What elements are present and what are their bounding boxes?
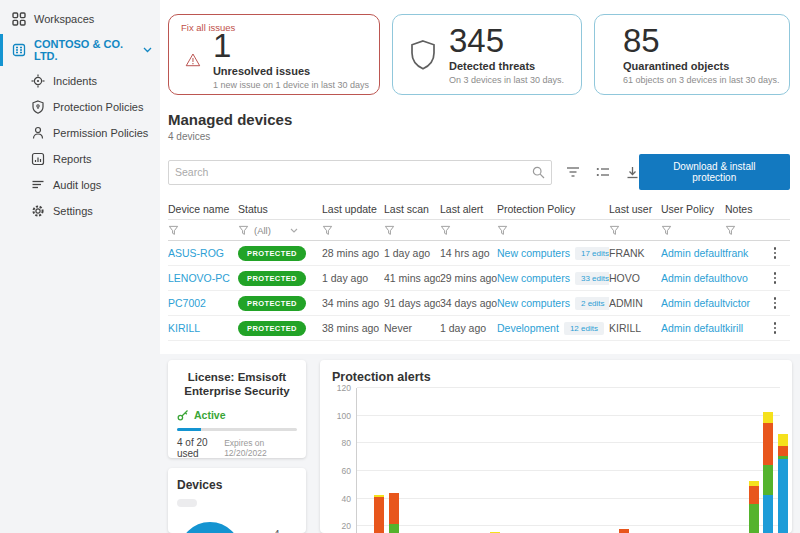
sidebar-item-workspaces[interactable]: Workspaces bbox=[0, 6, 160, 32]
notes-link[interactable]: victor bbox=[725, 297, 768, 309]
sidebar-item-permission-policies[interactable]: Permission Policies bbox=[0, 120, 160, 146]
row-menu-button[interactable] bbox=[768, 272, 782, 284]
device-name-link[interactable]: LENOVO-PC bbox=[168, 272, 238, 284]
filter-funnel-icon[interactable] bbox=[661, 225, 672, 236]
column-header[interactable]: Last scan bbox=[384, 203, 440, 215]
sidebar-item-incidents[interactable]: Incidents bbox=[0, 68, 160, 94]
protection-policy-link[interactable]: New computers bbox=[497, 247, 570, 259]
person-icon bbox=[31, 126, 45, 140]
column-header[interactable]: Last user bbox=[609, 203, 661, 215]
sidebar-item-protection-policies[interactable]: Protection Policies bbox=[0, 94, 160, 120]
filter-funnel-icon[interactable] bbox=[384, 225, 395, 236]
devices-widget-card: Devices 4 4 protected bbox=[168, 468, 306, 533]
bar-segment-green bbox=[389, 524, 399, 533]
filter-funnel-icon[interactable] bbox=[168, 225, 179, 236]
table-filter-row: (All) bbox=[168, 220, 790, 241]
download-icon[interactable] bbox=[626, 166, 639, 179]
page-title: CONTOSO & CO. LTD. bbox=[168, 0, 790, 5]
last-update: 28 mins ago bbox=[322, 247, 384, 259]
card-detail: 61 objects on 3 devices in last 30 days. bbox=[623, 75, 780, 85]
fix-all-issues-link[interactable]: Fix all issues bbox=[181, 22, 235, 33]
column-header[interactable]: User Policy bbox=[661, 203, 725, 215]
list-view-icon[interactable] bbox=[596, 166, 610, 179]
notes-link[interactable]: kirill bbox=[725, 322, 768, 334]
notes-link[interactable]: hovo bbox=[725, 272, 768, 284]
filter-funnel-icon[interactable] bbox=[322, 225, 333, 236]
license-card: License: Emsisoft Enterprise Security Ac… bbox=[168, 360, 306, 458]
sidebar-item-organization[interactable]: CONTOSO & CO. LTD. bbox=[0, 32, 160, 68]
sidebar-item-settings[interactable]: Settings bbox=[0, 198, 160, 224]
gridline bbox=[357, 387, 780, 388]
filter-icon[interactable] bbox=[566, 166, 580, 179]
warning-triangle-icon bbox=[185, 45, 201, 75]
sidebar-item-audit-logs[interactable]: Audit logs bbox=[0, 172, 160, 198]
filter-funnel-icon[interactable] bbox=[440, 225, 451, 236]
sidebar-item-reports[interactable]: Reports bbox=[0, 146, 160, 172]
filter-funnel-icon[interactable] bbox=[609, 225, 620, 236]
protection-policy-link[interactable]: Development bbox=[497, 322, 559, 334]
filter-funnel-icon[interactable] bbox=[725, 225, 736, 236]
device-name-link[interactable]: ASUS-ROG bbox=[168, 247, 238, 259]
filter-funnel-icon[interactable] bbox=[497, 225, 508, 236]
table-row[interactable]: LENOVO-PC PROTECTED 1 day ago 41 mins ag… bbox=[168, 266, 790, 291]
license-status: Active bbox=[194, 409, 226, 421]
bar-segment-green bbox=[763, 465, 773, 494]
y-tick-label: 100 bbox=[337, 411, 351, 421]
chevron-down-icon bbox=[143, 47, 152, 53]
protection-policy-link[interactable]: New computers bbox=[497, 297, 570, 309]
user-policy-link[interactable]: Admin default bbox=[661, 247, 725, 259]
status-filter-dropdown[interactable]: (All) bbox=[238, 225, 322, 236]
bar-segment-orange bbox=[778, 446, 788, 456]
user-policy-link[interactable]: Admin default bbox=[661, 322, 725, 334]
last-alert: 29 mins ago bbox=[440, 272, 497, 284]
card-detail: 1 new issue on 1 device in last 30 days bbox=[213, 80, 369, 90]
stacked-bar bbox=[619, 529, 629, 533]
table-row[interactable]: KIRILL PROTECTED 38 mins ago Never 1 day… bbox=[168, 316, 790, 341]
row-menu-button[interactable] bbox=[768, 297, 782, 309]
last-scan: Never bbox=[384, 322, 440, 334]
stacked-bar bbox=[778, 434, 788, 533]
search-box bbox=[168, 160, 552, 185]
gridline bbox=[357, 470, 780, 471]
dashboard-widgets: License: Emsisoft Enterprise Security Ac… bbox=[160, 354, 800, 533]
donut-legend: 4 protected bbox=[252, 528, 306, 533]
last-user: KIRILL bbox=[609, 322, 661, 334]
quarantined-objects-card: 85 Quarantined objects 61 objects on 3 d… bbox=[594, 14, 790, 95]
table-header-row: Device name Status Last update Last scan… bbox=[168, 198, 790, 220]
last-scan: 91 days ago bbox=[384, 297, 440, 309]
last-alert: 1 day ago bbox=[440, 322, 497, 334]
policy-edits-badge: 12 edits bbox=[564, 322, 604, 335]
protection-policy-link[interactable]: New computers bbox=[497, 272, 570, 284]
column-header[interactable]: Last update bbox=[322, 203, 384, 215]
download-install-protection-button[interactable]: Download & install protection bbox=[639, 154, 790, 190]
protection-alerts-title: Protection alerts bbox=[332, 370, 780, 384]
key-icon bbox=[177, 409, 189, 421]
table-row[interactable]: ASUS-ROG PROTECTED 28 mins ago 1 day ago… bbox=[168, 241, 790, 266]
unresolved-issues-count: 1 bbox=[213, 29, 369, 62]
column-header[interactable]: Status bbox=[238, 203, 322, 215]
user-policy-link[interactable]: Admin default bbox=[661, 272, 725, 284]
notes-link[interactable]: frank bbox=[725, 247, 768, 259]
table-row[interactable]: PC7002 PROTECTED 34 mins ago 91 days ago… bbox=[168, 291, 790, 316]
sidebar-item-label: CONTOSO & CO. LTD. bbox=[34, 38, 135, 62]
search-input[interactable] bbox=[175, 166, 532, 178]
page-title-clipped: CONTOSO & CO. LTD. bbox=[168, 0, 790, 6]
column-header[interactable]: Protection Policy bbox=[497, 203, 609, 215]
bar-segment-orange bbox=[374, 497, 384, 533]
status-filter-value: (All) bbox=[254, 225, 271, 236]
license-title: License: Emsisoft Enterprise Security bbox=[177, 370, 297, 399]
user-policy-link[interactable]: Admin default bbox=[661, 297, 725, 309]
row-menu-button[interactable] bbox=[768, 247, 782, 259]
row-menu-button[interactable] bbox=[768, 322, 782, 334]
column-header[interactable]: Device name bbox=[168, 203, 238, 215]
last-update: 34 mins ago bbox=[322, 297, 384, 309]
license-expiry-label: Expires on 12/20/2022 bbox=[224, 438, 297, 458]
y-tick-label: 40 bbox=[342, 494, 351, 504]
y-tick-label: 60 bbox=[342, 466, 351, 476]
device-name-link[interactable]: KIRILL bbox=[168, 322, 238, 334]
card-label: Unresolved issues bbox=[213, 65, 369, 77]
column-header[interactable]: Last alert bbox=[440, 203, 497, 215]
column-header[interactable]: Notes bbox=[725, 203, 768, 215]
policy-edits-badge: 2 edits bbox=[575, 297, 609, 310]
device-name-link[interactable]: PC7002 bbox=[168, 297, 238, 309]
